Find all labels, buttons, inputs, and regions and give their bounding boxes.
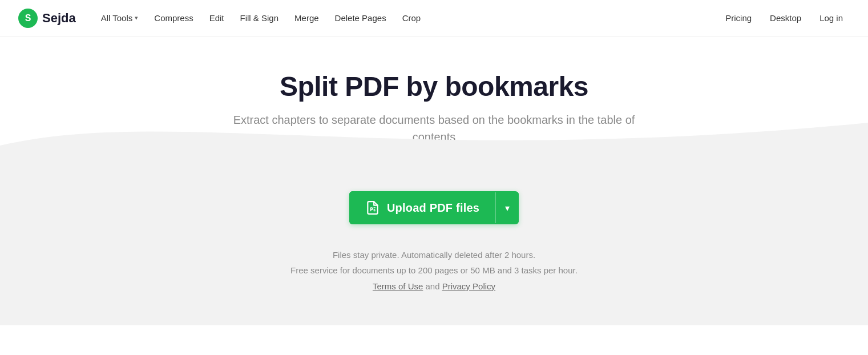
- upload-section: Upload PDF files ▾ Files stay private. A…: [0, 146, 868, 325]
- nav-desktop-label: Desktop: [770, 13, 801, 23]
- nav-right: Pricing Desktop Log in: [718, 9, 850, 27]
- nav-crop[interactable]: Crop: [395, 9, 428, 27]
- chevron-down-icon: ▾: [505, 203, 510, 213]
- logo-letter: S: [25, 13, 31, 23]
- nav-login[interactable]: Log in: [813, 9, 850, 27]
- wave-decoration: [0, 100, 868, 163]
- nav-login-label: Log in: [819, 13, 843, 23]
- nav-edit[interactable]: Edit: [203, 9, 231, 27]
- nav-all-tools-label: All Tools: [101, 13, 133, 23]
- nav-merge-label: Merge: [294, 13, 319, 23]
- privacy-policy-link[interactable]: Privacy Policy: [442, 281, 495, 291]
- logo-icon: S: [18, 9, 38, 28]
- nav-pricing[interactable]: Pricing: [718, 9, 758, 27]
- nav-edit-label: Edit: [209, 13, 224, 23]
- nav-compress-label: Compress: [154, 13, 193, 23]
- page-title: Split PDF by bookmarks: [11, 71, 857, 102]
- upload-button-group[interactable]: Upload PDF files ▾: [349, 191, 519, 224]
- nav-pricing-label: Pricing: [725, 13, 752, 23]
- terms-line: Terms of Use and Privacy Policy: [11, 281, 857, 291]
- logo-link[interactable]: S Sejda: [18, 9, 76, 28]
- brand-name: Sejda: [42, 11, 76, 26]
- nav-crop-label: Crop: [402, 13, 421, 23]
- pdf-file-icon: [365, 200, 380, 215]
- nav-merge[interactable]: Merge: [288, 9, 326, 27]
- privacy-line-2: Free service for documents up to 200 pag…: [11, 263, 857, 278]
- upload-button-label: Upload PDF files: [387, 201, 479, 215]
- chevron-down-icon: ▾: [135, 14, 138, 22]
- nav-delete-pages[interactable]: Delete Pages: [328, 9, 393, 27]
- nav-all-tools[interactable]: All Tools ▾: [94, 9, 146, 27]
- nav-compress[interactable]: Compress: [147, 9, 200, 27]
- terms-of-use-link[interactable]: Terms of Use: [373, 281, 423, 291]
- nav-delete-pages-label: Delete Pages: [335, 13, 386, 23]
- upload-pdf-button[interactable]: Upload PDF files: [349, 191, 495, 224]
- nav-desktop[interactable]: Desktop: [763, 9, 808, 27]
- nav-fill-sign[interactable]: Fill & Sign: [233, 9, 286, 27]
- upload-dropdown-button[interactable]: ▾: [496, 192, 519, 223]
- navbar: S Sejda All Tools ▾ Compress Edit Fill &…: [0, 0, 868, 37]
- privacy-line-1: Files stay private. Automatically delete…: [11, 247, 857, 263]
- terms-conjunction: and: [423, 281, 442, 291]
- nav-left: All Tools ▾ Compress Edit Fill & Sign Me…: [94, 9, 719, 27]
- privacy-info: Files stay private. Automatically delete…: [11, 247, 857, 291]
- nav-fill-sign-label: Fill & Sign: [240, 13, 279, 23]
